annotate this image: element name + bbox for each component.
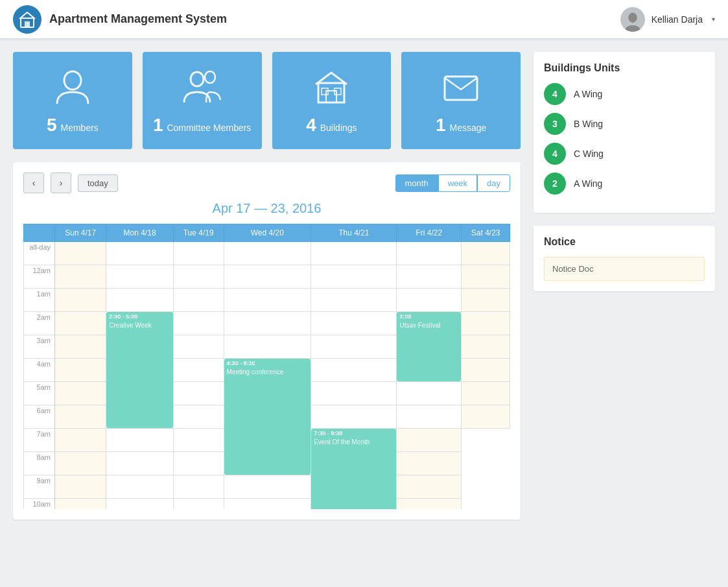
- calendar-cell[interactable]: [397, 475, 462, 499]
- calendar-cell[interactable]: [106, 475, 173, 499]
- calendar-cell[interactable]: [173, 382, 224, 405]
- calendar-cell[interactable]: [55, 242, 106, 265]
- calendar-next-btn[interactable]: ›: [51, 173, 71, 193]
- calendar-prev-btn[interactable]: ‹: [23, 173, 44, 193]
- calendar-cell[interactable]: [106, 452, 173, 475]
- calendar-cell[interactable]: [55, 475, 106, 499]
- calendar-day-btn[interactable]: day: [477, 174, 510, 192]
- calendar-cell[interactable]: [106, 242, 173, 265]
- calendar-cell[interactable]: [55, 499, 106, 510]
- calendar-cell[interactable]: [224, 312, 311, 335]
- calendar-cell[interactable]: [397, 429, 462, 452]
- calendar-cell[interactable]: 2:00Utsav Festival: [397, 312, 462, 382]
- calendar-cell[interactable]: [55, 265, 106, 289]
- svg-rect-7: [318, 83, 344, 102]
- calendar-cell[interactable]: [173, 452, 224, 475]
- calendar-cell[interactable]: [173, 289, 224, 312]
- calendar-cell[interactable]: [173, 312, 224, 335]
- time-label: 12am: [24, 265, 55, 289]
- message-count-label: 1 Message: [436, 115, 486, 136]
- left-area: 5 Members 1 Committee Members: [13, 52, 521, 520]
- calendar-cell[interactable]: [55, 312, 106, 335]
- calendar-event[interactable]: 2:00 - 5:00Creative Week: [106, 312, 172, 428]
- buildings-units-title: Buildings Units: [544, 62, 705, 74]
- main-content: 5 Members 1 Committee Members: [0, 39, 728, 533]
- calendar-cell[interactable]: [173, 475, 224, 499]
- calendar-cell[interactable]: [55, 359, 106, 382]
- calendar-cell[interactable]: [311, 382, 397, 405]
- calendar-cell[interactable]: 4:30 - 9:30Meeting conference: [224, 359, 311, 475]
- calendar-cell[interactable]: [55, 452, 106, 475]
- calendar-cell[interactable]: [397, 499, 462, 510]
- calendar-cell[interactable]: [311, 289, 397, 312]
- calendar-cell[interactable]: [311, 265, 397, 289]
- calendar-cell[interactable]: [173, 359, 224, 382]
- calendar-cell[interactable]: [462, 405, 510, 429]
- calendar-cell[interactable]: [55, 429, 106, 452]
- calendar-cell[interactable]: [462, 242, 510, 265]
- calendar-scroll[interactable]: Sun 4/17 Mon 4/18 Tue 4/19 Wed 4/20 Thu …: [23, 224, 510, 509]
- stat-card-members: 5 Members: [13, 52, 132, 149]
- calendar-today-btn[interactable]: today: [78, 174, 118, 192]
- wing-name: A Wing: [574, 89, 602, 99]
- calendar-cell[interactable]: [106, 429, 173, 452]
- calendar-cell[interactable]: [224, 289, 311, 312]
- calendar-cell[interactable]: [55, 335, 106, 359]
- calendar-cell[interactable]: [224, 475, 311, 499]
- calendar-cell[interactable]: [106, 265, 173, 289]
- calendar-container: ‹ › today month week day Apr 17 — 23, 20…: [13, 162, 521, 520]
- calendar-cell[interactable]: [397, 289, 462, 312]
- calendar-cell[interactable]: [397, 265, 462, 289]
- calendar-cell[interactable]: [397, 242, 462, 265]
- calendar-cell[interactable]: [462, 382, 510, 405]
- calendar-cell[interactable]: [462, 289, 510, 312]
- calendar-cell[interactable]: [224, 499, 311, 510]
- calendar-cell[interactable]: [106, 289, 173, 312]
- calendar-event[interactable]: 2:00Utsav Festival: [397, 312, 461, 381]
- calendar-event[interactable]: 7:30 - 9:30Event Of the Month: [311, 429, 396, 509]
- calendar-cell[interactable]: [173, 405, 224, 429]
- calendar-cell[interactable]: [224, 335, 311, 359]
- calendar-cell[interactable]: [55, 405, 106, 429]
- calendar-cell[interactable]: [173, 499, 224, 510]
- calendar-cell[interactable]: [106, 499, 173, 510]
- event-time: 2:00: [399, 313, 458, 321]
- calendar-cell[interactable]: [224, 242, 311, 265]
- calendar-cell[interactable]: [397, 382, 462, 405]
- time-label: 3am: [24, 335, 55, 359]
- calendar-cell[interactable]: [173, 335, 224, 359]
- notice-card: Notice Notice Doc: [534, 226, 715, 291]
- header-right: Kellian Darja ▾: [620, 7, 715, 32]
- calendar-cell[interactable]: [224, 265, 311, 289]
- calendar-cell[interactable]: [173, 429, 224, 452]
- calendar-cell[interactable]: [173, 242, 224, 265]
- calendar-cell[interactable]: [311, 405, 397, 429]
- stats-row: 5 Members 1 Committee Members: [13, 52, 521, 149]
- calendar-cell[interactable]: [462, 359, 510, 382]
- calendar-cell[interactable]: [311, 312, 397, 335]
- calendar-cell[interactable]: 7:30 - 9:30Event Of the Month: [311, 429, 397, 510]
- calendar-cell[interactable]: [311, 242, 397, 265]
- calendar-week-btn[interactable]: week: [438, 174, 477, 192]
- time-label: 10am: [24, 499, 55, 510]
- calendar-cell[interactable]: [462, 265, 510, 289]
- time-label: all-day: [24, 242, 55, 265]
- calendar-cell[interactable]: [397, 405, 462, 429]
- svg-point-5: [191, 72, 204, 86]
- calendar-month-btn[interactable]: month: [395, 174, 438, 192]
- event-time: 2:00 - 5:00: [109, 313, 170, 321]
- calendar-cell[interactable]: [462, 335, 510, 359]
- buildings-units-card: Buildings Units 4 A Wing 3 B Wing 4 C Wi…: [534, 52, 715, 213]
- user-dropdown-arrow[interactable]: ▾: [712, 16, 715, 23]
- calendar-cell[interactable]: [173, 265, 224, 289]
- calendar-cell[interactable]: [311, 359, 397, 382]
- calendar-cell[interactable]: [462, 312, 510, 335]
- calendar-row: 9am: [24, 475, 510, 499]
- calendar-cell[interactable]: [397, 452, 462, 475]
- calendar-cell[interactable]: [55, 289, 106, 312]
- calendar-cell[interactable]: [55, 382, 106, 405]
- calendar-event[interactable]: 4:30 - 9:30Meeting conference: [224, 359, 311, 475]
- time-col-header: [24, 224, 55, 242]
- calendar-cell[interactable]: 2:00 - 5:00Creative Week: [106, 312, 173, 429]
- calendar-cell[interactable]: [311, 335, 397, 359]
